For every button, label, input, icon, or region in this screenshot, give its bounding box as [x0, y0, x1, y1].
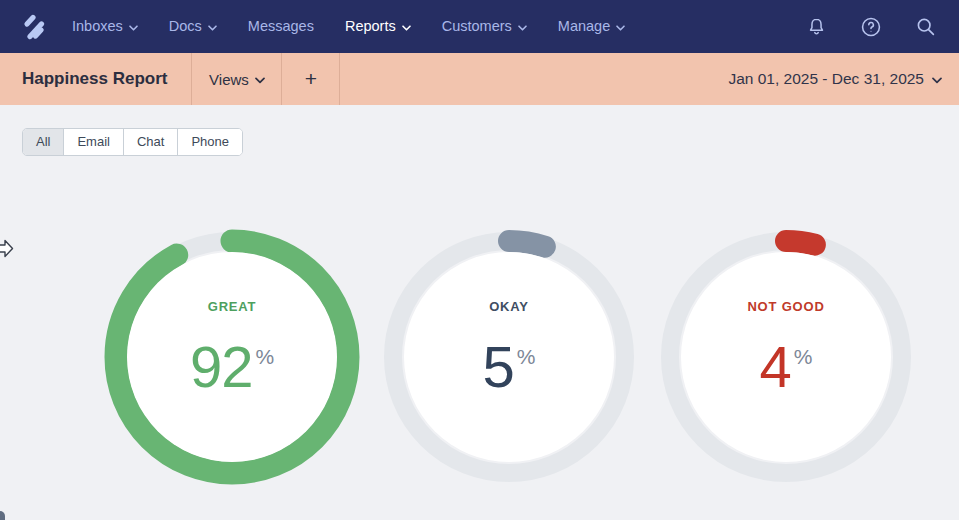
chevron-down-icon: [402, 25, 411, 31]
nav-label: Manage: [558, 19, 610, 34]
date-range-picker[interactable]: Jan 01, 2025 - Dec 31, 2025: [728, 53, 959, 105]
chevron-down-icon: [129, 25, 138, 31]
date-range-label: Jan 01, 2025 - Dec 31, 2025: [728, 70, 924, 88]
nav-item-reports[interactable]: Reports: [345, 19, 411, 34]
gauge-value-row: 5 %: [381, 338, 637, 396]
gauge-okay: OKAY 5 %: [381, 229, 637, 485]
chevron-down-icon: [208, 25, 217, 31]
gauge-unit: %: [794, 345, 813, 369]
nav-label: Inboxes: [72, 19, 123, 34]
nav-label: Reports: [345, 19, 396, 34]
chevron-down-icon: [518, 25, 527, 31]
gauge-unit: %: [517, 345, 536, 369]
gauge-unit: %: [255, 345, 274, 369]
top-nav: Inboxes Docs Messages Reports Customers …: [0, 0, 959, 53]
mouse-cursor: [0, 238, 14, 260]
filter-tab-all[interactable]: All: [23, 129, 63, 155]
filter-tab-email[interactable]: Email: [63, 129, 123, 155]
nav-label: Customers: [442, 19, 512, 34]
add-view-button[interactable]: +: [282, 53, 340, 105]
nav-label: Messages: [248, 19, 314, 34]
filter-tab-chat[interactable]: Chat: [123, 129, 177, 155]
nav-item-inboxes[interactable]: Inboxes: [72, 19, 138, 34]
nav-item-docs[interactable]: Docs: [169, 19, 217, 34]
nav-item-manage[interactable]: Manage: [558, 19, 625, 34]
filter-tab-phone[interactable]: Phone: [177, 129, 242, 155]
report-header: Happiness Report Views + Jan 01, 2025 - …: [0, 53, 959, 105]
notifications-bell-icon[interactable]: [806, 16, 827, 38]
views-dropdown-button[interactable]: Views: [192, 53, 282, 105]
gauge-label: GREAT: [104, 299, 360, 314]
chevron-down-icon: [616, 25, 625, 31]
gauge-label: OKAY: [381, 299, 637, 314]
chevron-down-icon: [255, 77, 265, 84]
gauge-not-good: NOT GOOD 4 %: [658, 229, 914, 485]
page-title: Happiness Report: [0, 53, 192, 105]
report-content: All Email Chat Phone GREAT 92 % OKAY 5 %: [0, 105, 959, 520]
chevron-down-icon: [932, 77, 942, 84]
channel-filter-group: All Email Chat Phone: [22, 128, 243, 156]
gauge-value: 5: [483, 338, 514, 396]
nav-label: Docs: [169, 19, 202, 34]
nav-item-messages[interactable]: Messages: [248, 19, 314, 34]
gauge-value: 4: [760, 338, 791, 396]
search-icon[interactable]: [915, 16, 936, 37]
gauge-label: NOT GOOD: [658, 299, 914, 314]
help-icon[interactable]: [860, 16, 882, 38]
gauge-value-row: 4 %: [658, 338, 914, 396]
nav-utility-icons: [806, 16, 936, 38]
logo-icon: [19, 12, 49, 42]
gauge-value: 92: [190, 338, 253, 396]
views-label: Views: [209, 71, 249, 88]
nav-item-customers[interactable]: Customers: [442, 19, 527, 34]
gauge-value-row: 92 %: [104, 338, 360, 396]
helpscout-logo[interactable]: [19, 12, 49, 42]
gauge-great: GREAT 92 %: [104, 229, 360, 485]
main-menu: Inboxes Docs Messages Reports Customers …: [72, 19, 625, 34]
